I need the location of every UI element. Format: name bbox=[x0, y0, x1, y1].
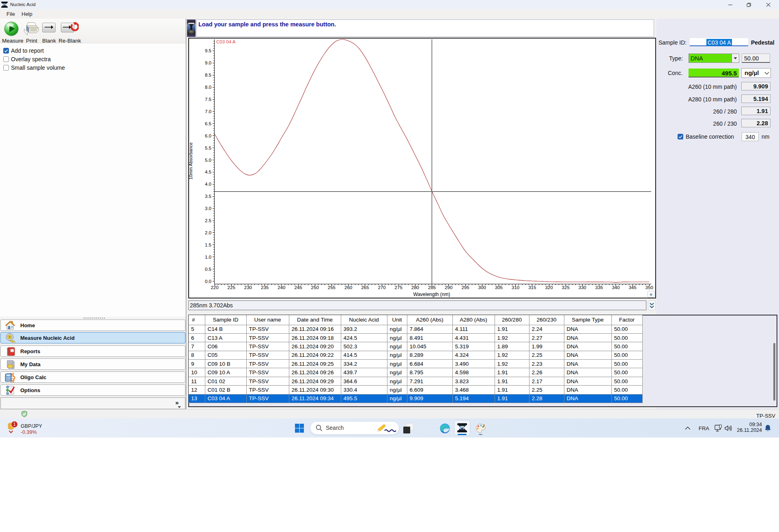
svg-text:6.5: 6.5 bbox=[205, 121, 211, 126]
svg-text:Wavelength (nm): Wavelength (nm) bbox=[413, 292, 450, 297]
svg-text:335: 335 bbox=[595, 285, 603, 290]
svg-text:10mm Absorbance: 10mm Absorbance bbox=[188, 142, 193, 180]
svg-text:9.5: 9.5 bbox=[205, 48, 211, 53]
svg-text:2.0: 2.0 bbox=[205, 230, 211, 235]
svg-text:235: 235 bbox=[261, 285, 269, 290]
svg-text:280: 280 bbox=[411, 285, 419, 290]
svg-text:350: 350 bbox=[646, 285, 653, 290]
svg-text:340: 340 bbox=[612, 285, 620, 290]
svg-text:3.0: 3.0 bbox=[205, 206, 211, 211]
svg-text:7.5: 7.5 bbox=[205, 97, 211, 102]
svg-text:1.5: 1.5 bbox=[205, 242, 211, 247]
svg-text:0.0: 0.0 bbox=[205, 279, 211, 284]
svg-text:1.0: 1.0 bbox=[205, 255, 211, 260]
svg-text:245: 245 bbox=[294, 285, 302, 290]
svg-text:5.5: 5.5 bbox=[205, 146, 211, 150]
svg-text:305: 305 bbox=[495, 285, 503, 290]
svg-text:295: 295 bbox=[461, 285, 469, 290]
svg-text:325: 325 bbox=[562, 285, 570, 290]
svg-text:8.5: 8.5 bbox=[205, 73, 211, 77]
svg-text:310: 310 bbox=[512, 285, 519, 290]
svg-text:320: 320 bbox=[545, 285, 553, 290]
svg-text:8.0: 8.0 bbox=[205, 85, 211, 90]
svg-text:230: 230 bbox=[244, 285, 252, 290]
svg-text:290: 290 bbox=[445, 285, 452, 290]
svg-text:265: 265 bbox=[361, 285, 369, 290]
svg-text:315: 315 bbox=[528, 285, 536, 290]
svg-text:6.0: 6.0 bbox=[205, 133, 211, 138]
svg-text:275: 275 bbox=[395, 285, 402, 290]
svg-text:285: 285 bbox=[428, 285, 436, 290]
svg-text:345: 345 bbox=[628, 285, 636, 290]
svg-text:«: « bbox=[650, 291, 652, 297]
svg-text:240: 240 bbox=[278, 285, 285, 290]
svg-text:220: 220 bbox=[211, 285, 218, 290]
svg-text:260: 260 bbox=[344, 285, 352, 290]
svg-text:330: 330 bbox=[579, 285, 586, 290]
svg-text:C03 04 A: C03 04 A bbox=[216, 39, 236, 44]
svg-text:300: 300 bbox=[478, 285, 486, 290]
svg-text:270: 270 bbox=[378, 285, 385, 290]
svg-text:2.5: 2.5 bbox=[205, 218, 211, 223]
svg-text:0.5: 0.5 bbox=[205, 267, 211, 272]
svg-text:3.5: 3.5 bbox=[205, 194, 211, 199]
svg-text:5.0: 5.0 bbox=[205, 158, 211, 163]
svg-text:250: 250 bbox=[311, 285, 319, 290]
svg-text:9.0: 9.0 bbox=[205, 60, 211, 65]
svg-text:225: 225 bbox=[228, 285, 235, 290]
svg-text:7.0: 7.0 bbox=[205, 109, 211, 114]
svg-text:4.5: 4.5 bbox=[205, 169, 211, 174]
svg-text:255: 255 bbox=[328, 285, 336, 290]
svg-text:4.0: 4.0 bbox=[205, 182, 211, 187]
